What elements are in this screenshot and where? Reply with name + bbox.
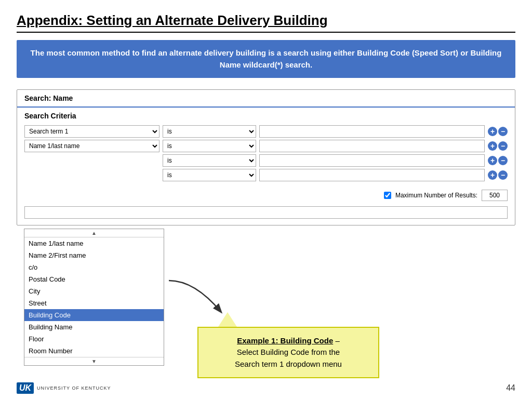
university-logo: UK UNIVERSITY OF KENTUCKY xyxy=(17,382,111,394)
scroll-down-indicator[interactable]: ▼ xyxy=(24,357,164,365)
callout-box: Example 1: Building Code –Select Buildin… xyxy=(197,327,379,379)
uk-badge: UK xyxy=(17,382,34,394)
add-row-2-button[interactable]: + xyxy=(488,141,497,151)
value-2-input[interactable] xyxy=(259,140,485,152)
search-row-1: Search term 1 is + − xyxy=(24,125,508,138)
search-panel: Search: Name Search Criteria Search term… xyxy=(17,89,515,225)
search-row-3: is + − xyxy=(24,154,508,167)
callout-bold-text: Example 1: Building Code xyxy=(237,336,333,345)
page-number: 44 xyxy=(506,383,515,393)
add-row-1-button[interactable]: + xyxy=(488,127,497,136)
row-3-buttons: + − xyxy=(488,156,508,165)
value-3-input[interactable] xyxy=(259,154,485,167)
add-row-3-button[interactable]: + xyxy=(488,156,497,165)
dropdown-item-building-name[interactable]: Building Name xyxy=(24,321,164,333)
extra-search-input[interactable] xyxy=(24,206,508,219)
operator-3-dropdown[interactable]: is xyxy=(163,154,256,167)
add-row-4-button[interactable]: + xyxy=(488,170,497,180)
remove-row-4-button[interactable]: − xyxy=(498,170,508,180)
value-1-input[interactable] xyxy=(259,125,485,138)
max-results-checkbox[interactable] xyxy=(384,192,391,199)
search-row-4: is + − xyxy=(24,169,508,181)
remove-row-3-button[interactable]: − xyxy=(498,156,508,165)
dropdown-item-city[interactable]: City xyxy=(24,285,164,297)
dropdown-item-postal[interactable]: Postal Code xyxy=(24,273,164,285)
operator-1-dropdown[interactable]: is xyxy=(163,125,256,138)
footer: UK UNIVERSITY OF KENTUCKY 44 xyxy=(0,382,532,394)
row-4-buttons: + − xyxy=(488,170,508,180)
operator-4-dropdown[interactable]: is xyxy=(163,169,256,181)
dropdown-list-overlay: ▲ Name 1/last name Name 2/First name c/o… xyxy=(24,229,164,366)
scroll-up-indicator[interactable]: ▲ xyxy=(24,229,164,237)
callout-container: Example 1: Building Code –Select Buildin… xyxy=(197,312,379,379)
value-4-input[interactable] xyxy=(259,169,485,181)
row-1-buttons: + − xyxy=(488,127,508,136)
connecting-arrow xyxy=(164,275,226,317)
info-banner: The most common method to find an altern… xyxy=(17,40,515,78)
search-panel-header: Search: Name xyxy=(17,90,515,108)
university-name: UNIVERSITY OF KENTUCKY xyxy=(37,385,111,391)
dropdown-item-street[interactable]: Street xyxy=(24,297,164,309)
search-term-1-dropdown[interactable]: Search term 1 xyxy=(24,125,159,138)
page-title: Appendix: Setting an Alternate Delivery … xyxy=(17,12,515,33)
slide: Appendix: Setting an Alternate Delivery … xyxy=(0,0,532,399)
search-criteria-label: Search Criteria xyxy=(17,108,515,123)
max-results-label: Maximum Number of Results: xyxy=(395,192,477,199)
dropdown-item-co[interactable]: c/o xyxy=(24,261,164,273)
dropdown-item-room[interactable]: Room Number xyxy=(24,345,164,357)
row-2-buttons: + − xyxy=(488,141,508,151)
dropdown-item-name2[interactable]: Name 2/First name xyxy=(24,249,164,261)
max-results-input[interactable] xyxy=(482,190,508,201)
search-rows: Search term 1 is + − Name 1/last name is xyxy=(17,123,515,188)
callout-arrow xyxy=(218,312,237,327)
search-row-2: Name 1/last name is + − xyxy=(24,140,508,152)
dropdown-item-building-code[interactable]: Building Code xyxy=(24,309,164,321)
additional-search-area xyxy=(17,203,515,225)
remove-row-2-button[interactable]: − xyxy=(498,141,508,151)
max-results-row: Maximum Number of Results: xyxy=(17,188,515,203)
search-term-2-dropdown[interactable]: Name 1/last name xyxy=(24,140,159,152)
operator-2-dropdown[interactable]: is xyxy=(163,140,256,152)
dropdown-item-name1[interactable]: Name 1/last name xyxy=(24,237,164,249)
remove-row-1-button[interactable]: − xyxy=(498,127,508,136)
dropdown-item-floor[interactable]: Floor xyxy=(24,333,164,345)
